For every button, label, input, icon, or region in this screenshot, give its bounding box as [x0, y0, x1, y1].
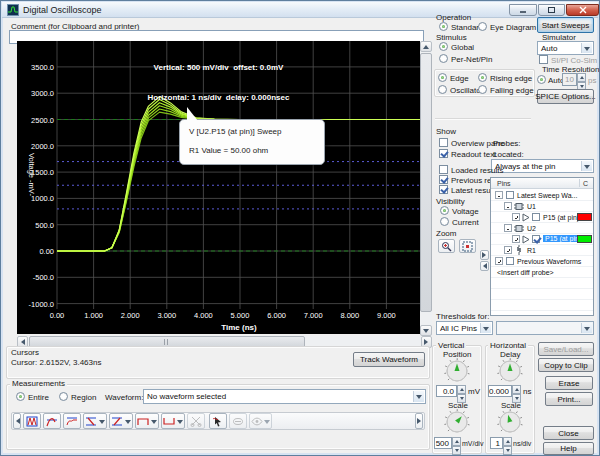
measure-entire-label[interactable]: Entire: [28, 393, 49, 402]
expand-icon[interactable]: [512, 235, 520, 243]
tree-label[interactable]: Previous Waveforms: [517, 258, 581, 265]
stimulus-per-net-pin-radio[interactable]: [439, 54, 448, 63]
tree-label[interactable]: R1: [527, 247, 536, 254]
readout-text-checkbox[interactable]: [439, 149, 448, 158]
tree-row-u1-p15[interactable]: P15 (at pin): [491, 212, 593, 223]
horizontal-delay-spinner[interactable]: [512, 385, 521, 397]
chevron-down-icon[interactable]: [413, 391, 424, 402]
time-resolution-auto-radio[interactable]: [537, 75, 546, 84]
measure-track-button[interactable]: [209, 413, 227, 429]
readout-text-label[interactable]: Readout text: [451, 150, 496, 159]
falling-edge-label[interactable]: Falling edge: [490, 86, 534, 95]
zoom-in-button[interactable]: [438, 239, 455, 253]
toolbar-scroll-left-icon[interactable]: [13, 413, 21, 429]
measure-region-radio[interactable]: [59, 392, 68, 401]
tree-row-u2-p15[interactable]: P15 (at pin): [491, 234, 593, 245]
latest-results-checkbox[interactable]: [439, 185, 448, 194]
measure-clip-button[interactable]: [187, 413, 205, 429]
help-button[interactable]: Help: [543, 442, 594, 455]
measure-fall-time-button[interactable]: [83, 413, 107, 429]
toolbar-scroll-right-icon[interactable]: [415, 413, 423, 429]
close-button[interactable]: Close: [543, 426, 594, 440]
visibility-voltage-radio[interactable]: [440, 206, 449, 215]
chevron-down-icon[interactable]: [581, 323, 592, 333]
falling-edge-radio[interactable]: [478, 85, 487, 94]
operation-eye-diagram-radio[interactable]: [478, 22, 487, 31]
print-button[interactable]: Print...: [545, 392, 593, 406]
probes-pane-collapse-button[interactable]: [480, 261, 489, 271]
rising-edge-radio[interactable]: [478, 73, 487, 82]
trace-color-swatch[interactable]: [577, 213, 592, 221]
probes-pane-expand-button[interactable]: [480, 250, 489, 260]
measure-eye-mask-button[interactable]: [249, 413, 272, 429]
vertical-scale-spinner[interactable]: [452, 437, 461, 449]
tree-row-previous-waveforms[interactable]: Previous Waveforms: [491, 256, 593, 267]
chevron-down-icon[interactable]: [581, 43, 592, 53]
visibility-current-label[interactable]: Current: [452, 218, 479, 227]
vertical-position-spinner[interactable]: [457, 385, 466, 397]
horizontal-scale-value[interactable]: 1: [490, 437, 503, 449]
expand-icon[interactable]: [504, 246, 512, 254]
operation-standard-radio[interactable]: [439, 22, 448, 31]
horizontal-delay-knob[interactable]: [497, 358, 523, 384]
waveform-combo[interactable]: No waveform selected: [143, 389, 426, 404]
minimize-button[interactable]: [509, 4, 537, 16]
stimulus-global-label[interactable]: Global: [451, 43, 474, 52]
operation-eye-diagram-label[interactable]: Eye Diagram: [490, 23, 536, 32]
tree-label[interactable]: Latest Sweep Wa...: [517, 192, 577, 199]
measure-overshoot-button[interactable]: [43, 413, 61, 429]
tree-label[interactable]: U1: [527, 203, 536, 210]
pins-column-header[interactable]: Pins: [497, 180, 511, 187]
chevron-down-icon[interactable]: [480, 323, 491, 333]
thresholds-scope-combo[interactable]: All IC Pins: [436, 321, 493, 335]
vertical-scale-value[interactable]: 500: [434, 437, 452, 449]
v-scroll-thumb[interactable]: [420, 53, 432, 312]
overview-pane-checkbox[interactable]: [439, 138, 448, 147]
measure-min-max-button[interactable]: [23, 413, 41, 429]
collapse-icon[interactable]: [504, 202, 512, 210]
tree-row-latest-sweep[interactable]: Latest Sweep Wa...: [491, 190, 593, 201]
measure-region-label[interactable]: Region: [71, 393, 96, 402]
time-resolution-spinner[interactable]: [577, 73, 586, 86]
copy-to-clip-button[interactable]: Copy to Clip: [538, 358, 594, 372]
expand-icon[interactable]: [495, 257, 503, 265]
rising-edge-label[interactable]: Rising edge: [490, 74, 532, 83]
scroll-up-icon[interactable]: [420, 41, 432, 52]
plot-vertical-scrollbar[interactable]: [420, 41, 432, 336]
time-resolution-value[interactable]: 10: [562, 73, 577, 86]
visibility-current-radio[interactable]: [440, 217, 449, 226]
collapse-icon[interactable]: [504, 224, 512, 232]
measure-compare-button[interactable]: [229, 413, 247, 429]
sipi-cosim-checkbox[interactable]: [539, 55, 548, 64]
u1-p15-checkbox[interactable]: [532, 213, 540, 221]
tree-row-u1[interactable]: U1: [491, 201, 593, 212]
start-sweeps-button[interactable]: Start Sweeps: [537, 17, 594, 33]
zoom-fit-button[interactable]: [459, 239, 476, 253]
maximize-button[interactable]: [538, 4, 565, 16]
loaded-results-checkbox[interactable]: [439, 165, 448, 174]
stimulus-per-net-pin-label[interactable]: Per-Net/Pin: [451, 55, 492, 64]
latest-sweep-checkbox[interactable]: [506, 191, 514, 199]
horizontal-scale-spinner[interactable]: [503, 437, 512, 449]
oscillator-radio[interactable]: [438, 85, 447, 94]
horizontal-delay-value[interactable]: 0.000: [488, 385, 512, 397]
vertical-position-value[interactable]: 0.0: [436, 385, 457, 397]
measure-pulse-low-button[interactable]: [161, 413, 185, 429]
expand-icon[interactable]: [512, 213, 520, 221]
probes-located-combo[interactable]: Always at the pin: [491, 159, 594, 173]
tree-row-insert-diff-probe[interactable]: <Insert diff probe>: [491, 267, 593, 278]
stimulus-edge-radio[interactable]: [438, 73, 447, 82]
tree-label[interactable]: P15 (at pin): [543, 214, 579, 221]
visibility-voltage-label[interactable]: Voltage: [452, 207, 479, 216]
measure-entire-radio[interactable]: [16, 392, 25, 401]
tree-label[interactable]: U2: [527, 225, 536, 232]
save-load-button[interactable]: Save/Load...: [538, 342, 594, 356]
measure-rise-time-button[interactable]: [109, 413, 133, 429]
simulator-combo[interactable]: Auto: [537, 41, 594, 55]
previous-waveforms-checkbox[interactable]: [506, 257, 514, 265]
tree-row-r1[interactable]: R1: [491, 245, 593, 256]
horizontal-scale-knob[interactable]: [497, 409, 523, 435]
sipi-cosim-label[interactable]: SI/PI Co-Sim: [551, 56, 597, 65]
previous-results-checkbox[interactable]: [439, 175, 448, 184]
color-column-header[interactable]: C: [583, 180, 588, 187]
